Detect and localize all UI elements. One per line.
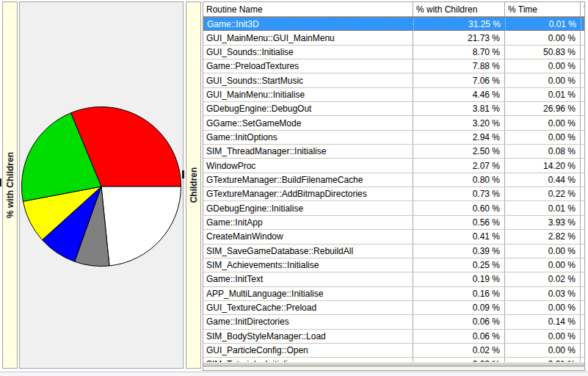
time-cell: 50.83 % bbox=[504, 46, 580, 59]
routine-name-cell: WindowProc bbox=[203, 159, 413, 172]
table-row[interactable]: GUI_ParticleConfig::Open0.02 %0.00 % bbox=[203, 344, 584, 358]
table-row[interactable]: SIM_Tutorials::Initialise0.02 %0.01 % bbox=[203, 358, 584, 362]
table-row[interactable]: Game::InitText0.19 %0.02 % bbox=[203, 272, 584, 286]
truncated-cell bbox=[580, 344, 584, 357]
time-cell: 0.00 % bbox=[504, 73, 580, 87]
routine-name-cell: SIM_SaveGameDatabase::RebuildAll bbox=[203, 245, 413, 258]
time-cell: 0.01 % bbox=[504, 358, 580, 362]
table-row[interactable]: GUI_MainMenu::GUI_MainMenu21.73 %0.00 % bbox=[203, 31, 584, 45]
table-row[interactable]: SIM_SaveGameDatabase::RebuildAll0.39 %0.… bbox=[203, 245, 584, 258]
with-children-cell: 31.25 % bbox=[413, 18, 505, 30]
table-body: Game::Init3D31.25 %0.01 %GUI_MainMenu::G… bbox=[203, 17, 584, 366]
time-cell: 0.14 % bbox=[504, 315, 580, 328]
with-children-cell: 0.41 % bbox=[413, 230, 504, 243]
truncated-cell bbox=[580, 116, 584, 129]
time-cell: 0.02 % bbox=[504, 272, 580, 286]
pie-slice[interactable] bbox=[101, 187, 181, 266]
routine-name-cell: Game::InitOptions bbox=[203, 131, 413, 144]
time-cell: 0.01 % bbox=[504, 201, 580, 214]
with-children-cell: 0.06 % bbox=[413, 315, 504, 328]
truncated-cell bbox=[580, 315, 584, 328]
table-row[interactable]: APP_MultiLanguage::Initialise0.16 %0.03 … bbox=[203, 287, 584, 301]
truncated-cell bbox=[580, 187, 584, 200]
routine-name-cell: GUI_ParticleConfig::Open bbox=[203, 344, 413, 357]
table-row[interactable]: GGame::SetGameMode3.20 %0.00 % bbox=[203, 116, 584, 130]
time-cell: 0.44 % bbox=[504, 173, 580, 187]
routine-name-cell: GDebugEngine::DebugOut bbox=[203, 102, 413, 115]
routine-name-cell: SIM_Tutorials::Initialise bbox=[203, 358, 413, 362]
truncated-cell bbox=[580, 330, 584, 343]
routine-name-cell: GTextureManager::BuildFilenameCache bbox=[203, 173, 413, 187]
table-row[interactable]: GUI_Sounds::Initialise8.70 %50.83 % bbox=[203, 46, 584, 59]
table-row[interactable]: GUI_MainMenu::Initialise4.46 %0.01 % bbox=[203, 88, 584, 102]
truncated-cell bbox=[580, 358, 584, 362]
table-row[interactable]: GDebugEngine::Initialise0.60 %0.01 % bbox=[203, 201, 584, 215]
routine-name-cell: GUI_MainMenu::Initialise bbox=[203, 88, 413, 101]
routine-name-cell: GUI_Sounds::Initialise bbox=[203, 46, 413, 59]
table-row[interactable]: GDebugEngine::DebugOut3.81 %26.96 % bbox=[203, 102, 584, 116]
table-row[interactable]: CreateMainWindow0.41 %2.82 % bbox=[203, 230, 584, 244]
truncated-cell bbox=[580, 88, 584, 101]
pie-pane-titlebar[interactable]: % with Children bbox=[2, 1, 18, 369]
table-row[interactable]: SIM_BodyStyleManager::Load0.06 %0.00 % bbox=[203, 330, 584, 344]
with-children-cell: 0.56 % bbox=[413, 216, 504, 229]
table-header-row: Routine Name % with Children % Time T bbox=[203, 2, 584, 17]
time-cell: 0.00 % bbox=[504, 258, 580, 272]
with-children-cell: 0.73 % bbox=[413, 187, 504, 200]
time-cell: 0.00 % bbox=[504, 330, 580, 343]
with-children-cell: 0.39 % bbox=[413, 245, 504, 258]
with-children-cell: 2.07 % bbox=[413, 159, 504, 172]
routine-name-cell: Game::InitDirectories bbox=[203, 315, 413, 328]
table-row[interactable]: GUI_Sounds::StartMusic7.06 %0.00 % bbox=[203, 73, 584, 87]
routine-name-cell: GGame::SetGameMode bbox=[203, 116, 413, 129]
table-pane-title: Children bbox=[189, 167, 199, 203]
table-row[interactable]: GTextureManager::AddBitmapDirectories0.7… bbox=[203, 187, 584, 201]
truncated-cell bbox=[580, 102, 584, 115]
pie-chart bbox=[21, 106, 182, 267]
table-row[interactable]: GTextureManager::BuildFilenameCache0.80 … bbox=[203, 173, 584, 187]
time-cell: 14.20 % bbox=[504, 159, 580, 172]
table-row[interactable]: SIM_Achievements::Initialise0.25 %0.00 % bbox=[203, 258, 584, 272]
routine-name-cell: SIM_ThreadManager::Initialise bbox=[203, 145, 413, 158]
truncated-cell bbox=[580, 145, 584, 158]
truncated-cell bbox=[580, 131, 584, 144]
partially-visible-row[interactable]: SIM_Tutorials::Initialise0.02 %0.01 % bbox=[203, 358, 584, 362]
table-row[interactable]: Game::PreloadTextures7.88 %0.00 % bbox=[203, 59, 584, 73]
column-header-with-children[interactable]: % with Children bbox=[413, 2, 504, 16]
time-cell: 0.00 % bbox=[504, 245, 580, 258]
table-row[interactable]: Game::InitApp0.56 %3.93 % bbox=[203, 216, 584, 230]
table-row[interactable]: WindowProc2.07 %14.20 % bbox=[203, 159, 584, 173]
splitter-grip-left[interactable] bbox=[0, 178, 1, 187]
column-header-time[interactable]: % Time bbox=[504, 2, 580, 16]
routine-name-cell: CreateMainWindow bbox=[203, 230, 413, 243]
truncated-cell bbox=[580, 173, 584, 187]
time-cell: 0.03 % bbox=[504, 287, 580, 300]
with-children-cell: 0.80 % bbox=[413, 173, 504, 187]
splitter-grip-middle[interactable] bbox=[182, 170, 184, 178]
truncated-cell bbox=[580, 230, 584, 243]
truncated-cell bbox=[580, 216, 584, 229]
with-children-cell: 3.20 % bbox=[413, 116, 504, 129]
time-cell: 0.00 % bbox=[504, 344, 580, 357]
column-header-truncated[interactable]: T bbox=[580, 2, 584, 16]
table-row[interactable]: GUI_TextureCache::Preload0.09 %0.00 % bbox=[203, 301, 584, 315]
column-header-routine-name[interactable]: Routine Name bbox=[203, 2, 413, 16]
routine-name-cell: SIM_BodyStyleManager::Load bbox=[203, 330, 413, 343]
truncated-cell bbox=[580, 301, 584, 314]
table-pane-titlebar[interactable]: Children bbox=[186, 1, 201, 369]
with-children-cell: 2.94 % bbox=[413, 131, 504, 144]
table-row[interactable]: SIM_ThreadManager::Initialise2.50 %0.08 … bbox=[203, 145, 584, 159]
time-cell: 26.96 % bbox=[504, 102, 580, 115]
routine-name-cell: Game::InitText bbox=[203, 272, 413, 286]
truncated-cell bbox=[580, 31, 584, 44]
table-row[interactable]: Game::InitDirectories0.06 %0.14 % bbox=[203, 315, 584, 329]
truncated-cell bbox=[580, 258, 584, 272]
table-row[interactable]: Game::Init3D31.25 %0.01 % bbox=[203, 17, 584, 31]
truncated-cell bbox=[580, 59, 584, 73]
time-cell: 0.01 % bbox=[505, 18, 581, 30]
with-children-cell: 0.25 % bbox=[413, 258, 504, 272]
table-row[interactable]: Game::InitOptions2.94 %0.00 % bbox=[203, 131, 584, 145]
pie-chart-pane bbox=[19, 1, 184, 369]
with-children-cell: 4.46 % bbox=[413, 88, 504, 101]
routine-name-cell: GUI_TextureCache::Preload bbox=[203, 301, 413, 314]
